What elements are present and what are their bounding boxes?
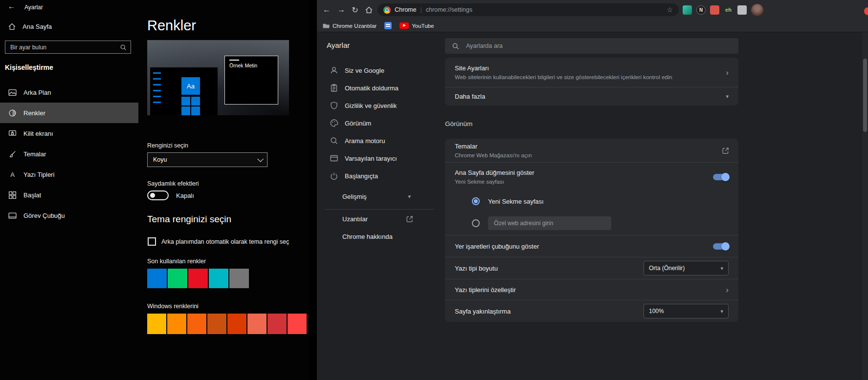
home-button-row[interactable]: Ana Sayfa düğmesini göster Yeni Sekme sa… <box>445 163 738 191</box>
chrome-logo-icon <box>383 6 391 14</box>
nav-item-gizlilik-ve-guvenlik[interactable]: Gizlilik ve güvenlik <box>317 97 443 114</box>
extension-icon-3[interactable] <box>710 5 719 15</box>
address-bar[interactable]: Chrome | chrome://settings ☆ <box>378 3 679 16</box>
color-swatch[interactable] <box>147 314 166 334</box>
external-link-icon <box>722 147 729 154</box>
nav-item-label: Başlangıçta <box>345 172 378 180</box>
color-swatch[interactable] <box>288 314 307 334</box>
color-swatch[interactable] <box>207 314 226 334</box>
sidebar-item-home[interactable]: Ana Sayfa <box>8 22 52 31</box>
edge-badge-icon[interactable] <box>864 7 868 15</box>
custom-url-radio-row[interactable] <box>445 211 738 235</box>
preview-dash <box>229 60 239 61</box>
transparency-toggle[interactable] <box>147 190 169 200</box>
sidebar-item-kilit-ekrani[interactable]: Kilit ekranı <box>0 123 138 144</box>
sidebar-item-renkler[interactable]: Renkler <box>0 103 138 123</box>
bookmark-star-icon[interactable]: ☆ <box>667 6 673 14</box>
color-swatch[interactable] <box>267 314 287 334</box>
nav-item-label: Siz ve Google <box>345 67 384 74</box>
browser-icon <box>330 154 338 163</box>
color-swatch[interactable] <box>227 314 246 334</box>
extension-icon-4[interactable]: eh <box>724 5 733 15</box>
bookmark-favicon-item[interactable] <box>384 22 392 29</box>
nav-item-label: Görünüm <box>345 120 371 127</box>
nav-advanced[interactable]: Gelişmiş ▾ <box>317 188 434 205</box>
recent-colors-row <box>147 269 249 288</box>
nav-item-varsayilan-tarayici[interactable]: Varsayılan tarayıcı <box>317 149 443 167</box>
color-swatch[interactable] <box>187 314 206 334</box>
nav-item-otomatik-doldurma[interactable]: Otomatik doldurma <box>317 79 443 97</box>
radio-selected[interactable] <box>472 197 480 205</box>
page-zoom-select[interactable]: 100% ▾ <box>644 304 729 318</box>
color-swatch[interactable] <box>247 314 267 334</box>
search-icon <box>330 136 338 145</box>
color-mode-select[interactable]: Koyu <box>147 152 267 167</box>
sidebar-item-label: Temalar <box>23 150 46 158</box>
auto-accent-row: Arka planımdan otomatik olarak tema reng… <box>148 237 289 246</box>
nav-item-arama-motoru[interactable]: Arama motoru <box>317 132 443 149</box>
recent-colors-label: Son kullanılan renkler <box>147 258 206 265</box>
nav-item-baslangicta[interactable]: Başlangıçta <box>317 167 443 185</box>
external-link-icon <box>406 215 413 222</box>
bookmarks-bar-row[interactable]: Yer işaretleri çubuğunu göster <box>445 235 738 257</box>
row-subtitle: Chrome Web Mağazası'nı açın <box>455 152 532 158</box>
settings-nav: Siz ve Google Otomatik doldurma Gizlilik… <box>317 62 443 185</box>
nav-about-chrome[interactable]: Chrome hakkında <box>317 228 434 245</box>
nav-item-gorunum[interactable]: Görünüm <box>317 114 443 132</box>
taskbar-icon <box>8 211 17 220</box>
reload-button[interactable]: ↻ <box>348 0 362 20</box>
sidebar-item-baslat[interactable]: Başlat <box>0 185 138 205</box>
nav-item-label: Arama motoru <box>345 137 385 145</box>
site-settings-row[interactable]: Site Ayarları Web sitelerinin kullanabil… <box>445 58 738 87</box>
windows-settings-window: ← Ayarlar Ana Sayfa Kişiselleştirme Arka… <box>0 0 309 380</box>
forward-button[interactable]: → <box>334 0 348 20</box>
bookmark-folder-chrome-uzantilar[interactable]: Chrome Uzantılar <box>323 22 377 29</box>
omnibox-separator: | <box>420 6 422 13</box>
customize-fonts-row[interactable]: Yazı tiplerini özelleştir › <box>445 279 738 300</box>
extension-icon-2[interactable]: N <box>696 5 706 15</box>
settings-search-box[interactable] <box>5 41 131 54</box>
custom-url-input[interactable] <box>488 216 611 230</box>
bookmarks-bar: Chrome Uzantılar YouTube <box>317 20 868 32</box>
appearance-card: Temalar Chrome Web Mağazası'nı açın Ana … <box>445 139 738 322</box>
sidebar-item-yazi-tipleri[interactable]: A Yazı Tipleri <box>0 164 138 185</box>
row-title: Ana Sayfa düğmesini göster <box>455 169 534 176</box>
colors-icon <box>8 109 17 117</box>
color-swatch[interactable] <box>209 269 228 288</box>
bookmark-youtube[interactable]: YouTube <box>400 22 434 29</box>
translate-favicon <box>384 22 392 29</box>
scrollbar-thumb[interactable] <box>863 59 867 132</box>
settings-search-input[interactable] <box>9 43 120 51</box>
sidebar-item-label: Başlat <box>23 191 41 199</box>
sidebar-item-arka-plan[interactable]: Arka Plan <box>0 82 138 103</box>
home-button[interactable] <box>362 0 376 20</box>
ntp-radio-row[interactable]: Yeni Sekme sayfası <box>445 191 738 211</box>
settings-search-input[interactable] <box>465 42 732 50</box>
nav-extensions[interactable]: Uzantılar <box>317 210 434 228</box>
bookmarks-bar-toggle[interactable] <box>713 243 729 250</box>
extension-icon-5[interactable] <box>737 5 747 15</box>
scrollbar[interactable] <box>862 32 868 380</box>
person-icon <box>330 66 338 75</box>
color-swatch[interactable] <box>229 269 249 288</box>
color-swatch[interactable] <box>168 269 187 288</box>
auto-accent-checkbox[interactable] <box>148 237 156 246</box>
back-button[interactable]: ← <box>320 0 334 20</box>
color-swatch[interactable] <box>167 314 186 334</box>
extension-icon-1[interactable] <box>683 5 692 15</box>
color-swatch[interactable] <box>188 269 208 288</box>
back-button[interactable]: ← <box>8 2 15 10</box>
color-mode-value: Koyu <box>153 156 167 163</box>
more-row[interactable]: Daha fazla ▾ <box>445 87 738 106</box>
sidebar-item-temalar[interactable]: Temalar <box>0 144 138 164</box>
themes-row[interactable]: Temalar Chrome Web Mağazası'nı açın <box>445 139 738 162</box>
toggle-knob <box>721 173 730 181</box>
color-swatch[interactable] <box>147 269 167 288</box>
settings-search-box[interactable] <box>445 38 738 54</box>
profile-avatar[interactable] <box>751 4 763 16</box>
sidebar-item-gorev-cubugu[interactable]: Görev Çubuğu <box>0 205 138 226</box>
home-button-toggle[interactable] <box>713 174 729 180</box>
font-size-select[interactable]: Orta (Önerilir) ▾ <box>644 261 729 275</box>
radio-unselected[interactable] <box>472 219 480 227</box>
nav-item-siz-ve-google[interactable]: Siz ve Google <box>317 62 443 79</box>
